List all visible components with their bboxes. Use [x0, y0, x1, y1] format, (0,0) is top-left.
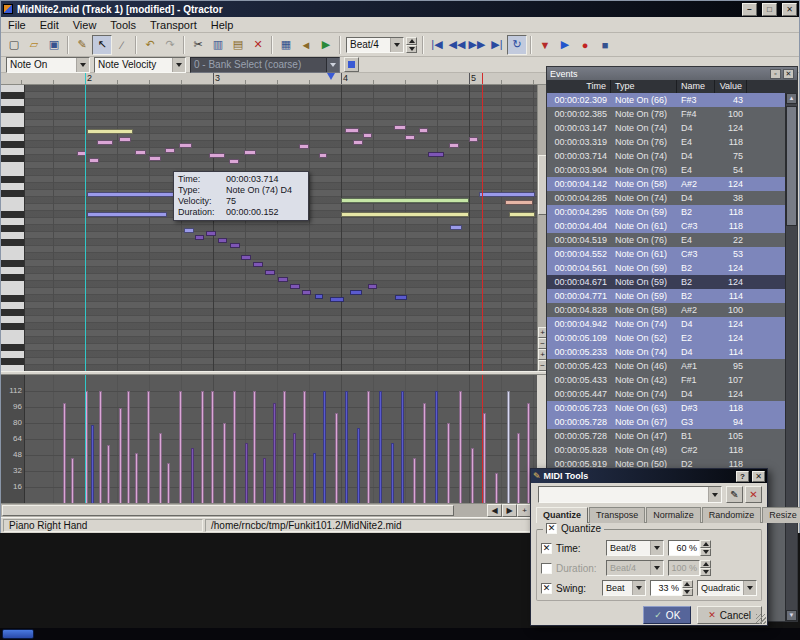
loop-marker-icon[interactable]: [327, 73, 335, 80]
midi-note[interactable]: [505, 200, 533, 205]
dialog-titlebar[interactable]: ✎ MIDI Tools ? ✕: [531, 469, 767, 483]
taskbar-item[interactable]: [2, 629, 34, 639]
view-events-button[interactable]: ▦: [276, 35, 296, 55]
preset-combo[interactable]: [538, 486, 722, 503]
event-row[interactable]: 00:00:03.714Note On (74)D475: [547, 149, 785, 163]
tool-draw-button[interactable]: ∕: [112, 35, 132, 55]
preview-notes-button[interactable]: ▶: [316, 35, 336, 55]
velocity-bar[interactable]: [147, 391, 150, 503]
midi-note[interactable]: [368, 284, 377, 289]
midi-note[interactable]: [509, 212, 535, 217]
velocity-bar[interactable]: [435, 391, 438, 503]
menu-help[interactable]: Help: [204, 18, 241, 32]
swing-checkbox[interactable]: ✕: [541, 583, 552, 594]
transport-start-button[interactable]: |◀: [427, 35, 447, 55]
tab-transpose[interactable]: Transpose: [589, 507, 645, 523]
event-row[interactable]: 00:00:05.723Note On (63)D#3118: [547, 401, 785, 415]
velocity-bar[interactable]: [413, 458, 416, 503]
scroll-down-icon[interactable]: ▼: [786, 610, 797, 621]
velocity-bar[interactable]: [367, 391, 370, 503]
velocity-bar[interactable]: [245, 443, 248, 503]
preset-save-button[interactable]: ✎: [726, 486, 743, 503]
event-row[interactable]: 00:00:04.942Note On (74)D4124: [547, 317, 785, 331]
velocity-bar[interactable]: [507, 391, 510, 503]
column-header-type[interactable]: Type: [611, 80, 677, 93]
minimize-button[interactable]: −: [742, 3, 757, 16]
event-row[interactable]: 00:00:04.561Note On (59)B2124: [547, 261, 785, 275]
event-row[interactable]: 00:00:04.771Note On (59)B2114: [547, 289, 785, 303]
midi-note[interactable]: [87, 129, 133, 134]
snap-combo[interactable]: Beat/4: [346, 37, 404, 53]
delete-button[interactable]: ✕: [248, 35, 268, 55]
scroll-up-icon[interactable]: ▲: [786, 93, 797, 104]
midi-note[interactable]: [195, 235, 204, 240]
midi-note[interactable]: [87, 192, 187, 197]
velocity-bar[interactable]: [159, 433, 162, 503]
velocity-bar[interactable]: [119, 408, 122, 503]
tab-quantize[interactable]: Quantize: [536, 507, 588, 523]
midi-note[interactable]: [315, 294, 323, 299]
midi-note[interactable]: [179, 143, 192, 148]
events-titlebar[interactable]: Events ▫ ✕: [547, 67, 797, 80]
resize-grip[interactable]: [756, 614, 766, 624]
velocity-bar[interactable]: [135, 453, 138, 503]
event-row[interactable]: 00:00:03.147Note On (74)D4124: [547, 121, 785, 135]
velocity-bar[interactable]: [303, 391, 306, 503]
velocity-bar[interactable]: [345, 391, 348, 503]
transport-loop-button[interactable]: ↻: [507, 35, 527, 55]
value-type-combo[interactable]: Note Velocity: [94, 57, 186, 73]
transport-rewind-button[interactable]: ◀◀: [447, 35, 467, 55]
velocity-bar[interactable]: [63, 403, 66, 503]
velocity-bar[interactable]: [107, 445, 110, 503]
event-row[interactable]: 00:00:05.728Note On (67)G394: [547, 415, 785, 429]
midi-note[interactable]: [135, 150, 146, 155]
velocity-bar[interactable]: [459, 391, 462, 503]
midi-note[interactable]: [278, 277, 288, 282]
event-row[interactable]: 00:00:04.828Note On (58)A#2100: [547, 303, 785, 317]
tool-select-button[interactable]: ↖: [92, 35, 112, 55]
quantize-checkbox[interactable]: ✕: [546, 523, 557, 534]
midi-note[interactable]: [319, 153, 327, 158]
velocity-bar[interactable]: [293, 433, 296, 503]
velocity-bar[interactable]: [71, 458, 74, 503]
event-row[interactable]: 00:00:05.233Note On (74)D4114: [547, 345, 785, 359]
cut-button[interactable]: ✂: [188, 35, 208, 55]
event-row[interactable]: 00:00:02.385Note On (78)F#4100: [547, 107, 785, 121]
event-row[interactable]: 00:00:04.142Note On (58)A#2124: [547, 177, 785, 191]
velocity-bar[interactable]: [283, 391, 286, 503]
midi-note[interactable]: [206, 231, 216, 236]
midi-note[interactable]: [428, 152, 444, 157]
transport-forward-button[interactable]: ▶▶: [467, 35, 487, 55]
menu-tools[interactable]: Tools: [103, 18, 143, 32]
events-header[interactable]: Time Type Name Value: [547, 80, 797, 93]
scroll-left-button[interactable]: ◀: [487, 504, 502, 517]
velocity-bar[interactable]: [233, 391, 236, 503]
preset-delete-button[interactable]: ✕: [745, 486, 762, 503]
redo-button[interactable]: ↷: [160, 35, 180, 55]
velocity-bar[interactable]: [323, 391, 326, 503]
menu-file[interactable]: File: [1, 18, 33, 32]
velocity-bar[interactable]: [211, 391, 214, 503]
duration-combo[interactable]: Beat/4: [606, 560, 664, 576]
midi-note[interactable]: [209, 153, 225, 158]
transport-end-button[interactable]: ▶|: [487, 35, 507, 55]
velocity-bar[interactable]: [223, 423, 226, 503]
velocity-bar[interactable]: [167, 463, 170, 503]
velocity-bar[interactable]: [391, 443, 394, 503]
event-row[interactable]: 00:00:03.904Note On (76)E454: [547, 163, 785, 177]
midi-note[interactable]: [97, 140, 113, 145]
midi-note[interactable]: [89, 158, 99, 163]
event-row[interactable]: 00:00:05.423Note On (46)A#195: [547, 359, 785, 373]
event-row[interactable]: 00:00:02.309Note On (66)F#343: [547, 93, 785, 107]
open-file-button[interactable]: ▱: [24, 35, 44, 55]
midi-note[interactable]: [299, 144, 309, 149]
piano-roll-canvas[interactable]: Time:00:00:03.714 Type:Note On (74) D4 V…: [25, 85, 537, 371]
tab-randomize[interactable]: Randomize: [702, 507, 762, 523]
midi-note[interactable]: [449, 143, 459, 148]
column-header-time[interactable]: Time: [547, 80, 611, 93]
quantize-group-label[interactable]: ✕ Quantize: [543, 523, 604, 534]
midi-note[interactable]: [341, 198, 469, 203]
time-percent-spin[interactable]: 60 %: [668, 540, 711, 556]
horizontal-scrollbar[interactable]: ◀▶+−: [1, 503, 547, 517]
velocity-bar[interactable]: [91, 425, 94, 503]
